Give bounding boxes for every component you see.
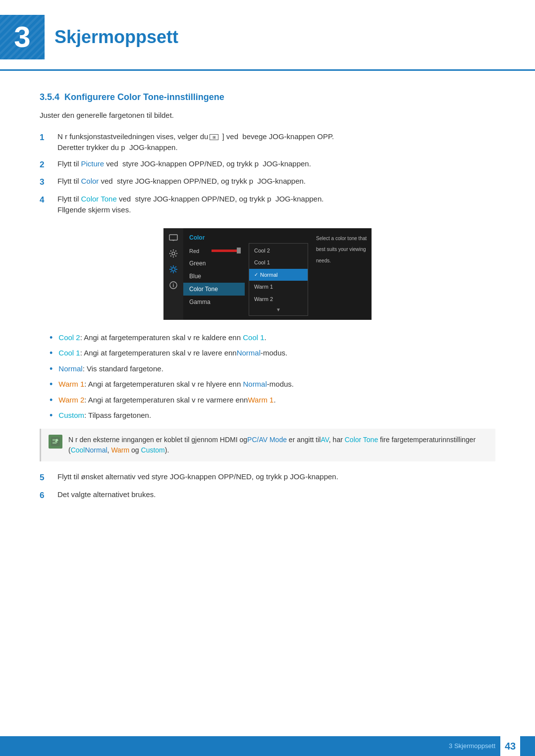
sidebar-icon-settings xyxy=(168,248,179,259)
menu-content-area: Color Red Green Blue Color Tone Gamma xyxy=(183,228,372,320)
monitor-right-panel: Select a color tone that best suits your… xyxy=(312,228,372,320)
step-content-2: Flytt til Picture ved styre JOG-knappen … xyxy=(57,158,495,171)
step-number-6: 6 xyxy=(40,489,54,502)
svg-point-4 xyxy=(173,249,174,250)
svg-point-3 xyxy=(172,252,175,255)
svg-point-8 xyxy=(170,250,171,251)
footer-page-number: 43 xyxy=(500,736,520,756)
section-title: 3.5.4 Konfigurere Color Tone-innstilling… xyxy=(40,91,495,104)
page-footer: 3 Skjermoppsett 43 xyxy=(0,736,535,756)
step-number-1: 1 xyxy=(40,131,54,153)
step-2: 2 Flytt til Picture ved styre JOG-knappe… xyxy=(40,158,495,171)
svg-point-11 xyxy=(170,255,171,256)
section-intro: Juster den generelle fargetonen til bild… xyxy=(40,110,495,121)
svg-rect-0 xyxy=(169,235,177,240)
step-1: 1 N r funksjonstastveiledningen vises, v… xyxy=(40,131,495,153)
page-header: 3 Skjermoppsett xyxy=(0,0,535,71)
step-content-1: N r funksjonstastveiledningen vises, vel… xyxy=(57,131,495,153)
step-number-5: 5 xyxy=(40,471,54,484)
menu-item-colortone: Color Tone xyxy=(183,283,245,296)
step-content-6: Det valgte alternativet brukes. xyxy=(57,489,495,502)
svg-point-10 xyxy=(175,250,176,251)
note-box: N r den eksterne inngangen er koblet til… xyxy=(40,429,495,461)
step-content-4: Flytt til Color Tone ved styre JOG-knapp… xyxy=(57,194,495,216)
chapter-title: Skjermoppsett xyxy=(54,24,178,50)
svg-point-6 xyxy=(169,252,170,253)
monitor-body: i Color Red Green xyxy=(163,228,372,320)
dropdown-normal: ✓ Normal xyxy=(249,269,308,281)
bullet-normal: • Normal: Vis standard fargetone. xyxy=(50,363,495,375)
bullet-cool1: • Cool 1: Angi at fargetemperaturen skal… xyxy=(50,348,495,359)
svg-point-5 xyxy=(173,256,174,257)
right-panel-text: Select a color tone that best suits your… xyxy=(316,236,367,263)
svg-text:i: i xyxy=(173,283,174,288)
step-content-5: Flytt til ønsket alternativ ved styre JO… xyxy=(57,471,495,484)
sidebar-icon-info: i xyxy=(168,280,179,291)
bullet-warm1: • Warm 1: Angi at fargetemperaturen skal… xyxy=(50,379,495,390)
step-4: 4 Flytt til Color Tone ved styre JOG-kna… xyxy=(40,194,495,216)
numbered-steps-56: 5 Flytt til ønsket alternativ ved styre … xyxy=(40,471,495,502)
monitor-ui: i Color Red Green xyxy=(163,228,372,320)
note-icon xyxy=(49,435,62,449)
monitor-menu: Color Red Green Blue Color Tone Gamma xyxy=(183,228,245,320)
svg-point-9 xyxy=(175,255,176,256)
monitor-dropdown: Cool 2 Cool 1 ✓ Normal Warm 1 Warm 2 ▼ xyxy=(249,243,308,316)
dropdown-cool1: Cool 1 xyxy=(249,256,308,269)
chapter-number-box: 3 xyxy=(0,15,45,59)
bullet-list: • Cool 2: Angi at fargetemperaturen skal… xyxy=(50,332,495,421)
chapter-number: 3 xyxy=(14,15,30,59)
note-text: N r den eksterne inngangen er koblet til… xyxy=(68,435,488,455)
menu-item-green: Green xyxy=(183,257,245,270)
svg-point-7 xyxy=(176,252,177,253)
dropdown-warm1: Warm 1 xyxy=(249,281,308,293)
step-content-3: Flytt til Color ved styre JOG-knappen OP… xyxy=(57,176,495,189)
screenshot-container: i Color Red Green xyxy=(40,228,495,320)
step-6: 6 Det valgte alternativet brukes. xyxy=(40,489,495,502)
footer-text: 3 Skjermoppsett xyxy=(449,741,495,751)
bullet-warm2: • Warm 2: Angi at fargetemperaturen skal… xyxy=(50,395,495,406)
dropdown-warm2: Warm 2 xyxy=(249,293,308,305)
bullet-cool2: • Cool 2: Angi at fargetemperaturen skal… xyxy=(50,332,495,344)
step-3: 3 Flytt til Color ved styre JOG-knappen … xyxy=(40,176,495,189)
numbered-steps: 1 N r funksjonstastveiledningen vises, v… xyxy=(40,131,495,216)
svg-point-12 xyxy=(172,267,175,271)
dropdown-area: Cool 2 Cool 1 ✓ Normal Warm 1 Warm 2 ▼ xyxy=(245,228,312,320)
step-number-4: 4 xyxy=(40,194,54,216)
bullet-custom: • Custom: Tilpass fargetonen. xyxy=(50,410,495,421)
menu-item-gamma: Gamma xyxy=(183,296,245,308)
sidebar-icon-gear xyxy=(168,264,179,275)
sidebar-icon-display xyxy=(168,232,179,243)
step-number-2: 2 xyxy=(40,158,54,171)
menu-title: Color xyxy=(183,231,245,245)
dropdown-cool2: Cool 2 xyxy=(249,245,308,257)
step-number-3: 3 xyxy=(40,176,54,189)
monitor-sidebar: i xyxy=(163,228,183,320)
main-content: 3.5.4 Konfigurere Color Tone-innstilling… xyxy=(0,91,535,502)
step-5: 5 Flytt til ønsket alternativ ved styre … xyxy=(40,471,495,484)
menu-item-blue: Blue xyxy=(183,270,245,283)
menu-item-red: Red xyxy=(183,245,245,257)
